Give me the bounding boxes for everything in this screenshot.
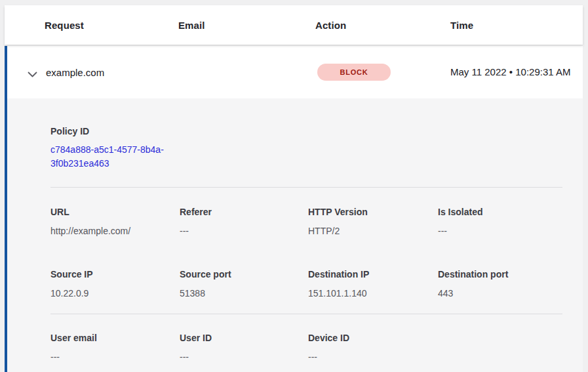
request-fields-grid: URL http://example.com/ Referer --- HTTP…	[50, 207, 562, 299]
field-label: Device ID	[308, 333, 438, 344]
field-label: Referer	[180, 207, 308, 218]
field-label: Is Isolated	[438, 207, 562, 218]
field-value: ---	[308, 352, 438, 363]
field-label: Source IP	[50, 269, 180, 280]
source-port-field: Source port 51388	[180, 269, 308, 299]
chevron-down-icon[interactable]	[28, 69, 37, 75]
policy-id-label: Policy ID	[50, 126, 562, 137]
field-label: Destination IP	[308, 269, 438, 280]
block-action-badge: BLOCK	[317, 64, 391, 81]
field-label: Destination port	[438, 269, 562, 280]
action-cell: BLOCK	[315, 64, 450, 81]
field-value: HTTP/2	[308, 226, 438, 237]
field-label: User email	[50, 333, 180, 344]
field-value: 51388	[180, 288, 308, 299]
request-domain: example.com	[46, 67, 178, 78]
field-value: 443	[438, 288, 562, 299]
field-value: ---	[438, 226, 562, 237]
device-id-field: Device ID ---	[308, 333, 438, 363]
field-value: 10.22.0.9	[50, 288, 180, 299]
user-fields-grid: User email --- User ID --- Device ID ---	[50, 333, 562, 363]
destination-ip-field: Destination IP 151.101.1.140	[308, 269, 438, 299]
time-cell: May 11 2022 • 10:29:31 AM	[450, 64, 576, 80]
policy-id-field: Policy ID c784a888-a5c1-4577-8b4a-3f0b23…	[50, 126, 562, 171]
policy-id-link[interactable]: c784a888-a5c1-4577-8b4a-3f0b231ea463	[50, 143, 182, 171]
column-header-request: Request	[45, 20, 178, 31]
field-label: HTTP Version	[308, 207, 438, 218]
field-value: ---	[50, 352, 180, 363]
destination-port-field: Destination port 443	[438, 269, 562, 299]
empty-cell	[438, 333, 562, 363]
log-table-row[interactable]: example.com BLOCK May 11 2022 • 10:29:31…	[5, 46, 583, 98]
field-label: User ID	[180, 333, 308, 344]
url-field: URL http://example.com/	[50, 207, 180, 237]
referer-field: Referer ---	[180, 207, 308, 237]
source-ip-field: Source IP 10.22.0.9	[50, 269, 180, 299]
column-header-email: Email	[178, 20, 315, 31]
log-detail-panel: Policy ID c784a888-a5c1-4577-8b4a-3f0b23…	[5, 98, 583, 372]
http-version-field: HTTP Version HTTP/2	[308, 207, 438, 237]
column-header-action: Action	[315, 20, 450, 31]
field-value: ---	[180, 226, 308, 237]
section-divider	[50, 187, 562, 188]
table-header-row: Request Email Action Time	[5, 5, 583, 45]
user-id-field: User ID ---	[180, 333, 308, 363]
field-label: URL	[50, 207, 180, 218]
field-value: 151.101.1.140	[308, 288, 438, 299]
field-value: http://example.com/	[50, 226, 180, 237]
field-label: Source port	[180, 269, 308, 280]
field-value: ---	[180, 352, 308, 363]
column-header-time: Time	[450, 20, 583, 31]
log-table: Request Email Action Time example.com BL…	[5, 5, 583, 372]
is-isolated-field: Is Isolated ---	[438, 207, 562, 237]
section-divider	[50, 314, 562, 314]
user-email-field: User email ---	[50, 333, 180, 363]
